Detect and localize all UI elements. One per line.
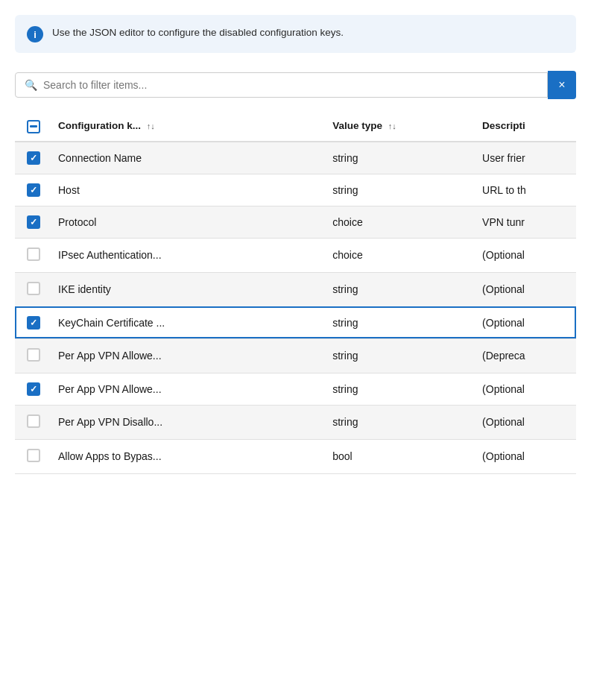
table-row[interactable]: IPsec Authentication...choice(Optional [15,238,576,272]
table-row[interactable]: IKE identitystring(Optional [15,272,576,306]
row-config-key: IKE identity [52,272,326,306]
row-checkbox-cell[interactable] [15,238,52,272]
row-description: (Optional [476,238,576,272]
row-value-type: string [326,306,476,338]
info-banner: i Use the JSON editor to configure the d… [15,15,576,53]
row-checkbox-cell[interactable] [15,174,52,206]
close-icon: × [558,78,565,92]
row-description: URL to th [476,174,576,206]
row-checkbox[interactable] [27,382,40,396]
row-checkbox-cell[interactable] [15,405,52,439]
row-checkbox[interactable] [27,183,40,197]
row-config-key: Connection Name [52,142,326,174]
row-description: (Optional [476,306,576,338]
row-value-type: string [326,142,476,174]
row-config-key: KeyChain Certificate ... [52,306,326,338]
row-description: VPN tunr [476,206,576,238]
row-value-type: string [326,174,476,206]
row-checkbox[interactable] [27,348,40,362]
table-row[interactable]: Per App VPN Allowe...string(Optional [15,373,576,405]
table-row[interactable]: Connection NamestringUser frier [15,142,576,174]
header-checkbox[interactable] [27,120,40,133]
row-checkbox-cell[interactable] [15,306,52,338]
row-description: (Optional [476,373,576,405]
search-icon: 🔍 [25,79,37,91]
row-config-key: Allow Apps to Bypas... [52,439,326,473]
table-row[interactable]: HoststringURL to th [15,174,576,206]
row-value-type: string [326,405,476,439]
row-description: (Optional [476,439,576,473]
row-description: (Depreca [476,338,576,373]
row-description: (Optional [476,272,576,306]
row-checkbox-cell[interactable] [15,373,52,405]
row-value-type: string [326,272,476,306]
header-description: Descripti [476,111,576,142]
row-config-key: Per App VPN Allowe... [52,338,326,373]
row-checkbox[interactable] [27,282,40,295]
search-row: 🔍 × [15,71,576,99]
row-config-key: Per App VPN Allowe... [52,373,326,405]
row-checkbox[interactable] [27,247,40,261]
row-value-type: string [326,338,476,373]
sort-icon-config: ↑↓ [147,122,155,130]
row-checkbox-cell[interactable] [15,338,52,373]
header-value-type[interactable]: Value type ↑↓ [326,111,476,142]
row-config-key: Per App VPN Disallo... [52,405,326,439]
table-row[interactable]: ProtocolchoiceVPN tunr [15,206,576,238]
row-checkbox[interactable] [27,316,40,329]
row-value-type: string [326,373,476,405]
row-checkbox-cell[interactable] [15,142,52,174]
indeterminate-indicator [30,125,37,127]
row-description: (Optional [476,405,576,439]
info-banner-text: Use the JSON editor to configure the dis… [52,25,344,40]
row-description: User frier [476,142,576,174]
header-checkbox-cell[interactable] [15,111,52,142]
table-row[interactable]: KeyChain Certificate ...string(Optional [15,306,576,338]
row-checkbox[interactable] [27,449,40,462]
table-header-row: Configuration k... ↑↓ Value type ↑↓ Desc… [15,111,576,142]
search-clear-button[interactable]: × [548,71,576,99]
row-config-key: Protocol [52,206,326,238]
row-value-type: choice [326,238,476,272]
row-checkbox-cell[interactable] [15,439,52,473]
info-icon: i [27,26,43,42]
header-config-key[interactable]: Configuration k... ↑↓ [52,111,326,142]
search-input[interactable] [43,79,538,91]
row-checkbox-cell[interactable] [15,206,52,238]
row-config-key: IPsec Authentication... [52,238,326,272]
row-checkbox[interactable] [27,414,40,428]
sort-icon-value: ↑↓ [388,122,396,130]
row-value-type: choice [326,206,476,238]
search-input-wrapper: 🔍 [15,72,548,98]
row-config-key: Host [52,174,326,206]
table-row[interactable]: Per App VPN Disallo...string(Optional [15,405,576,439]
table-row[interactable]: Per App VPN Allowe...string(Depreca [15,338,576,373]
row-checkbox[interactable] [27,151,40,165]
row-value-type: bool [326,439,476,473]
config-table: Configuration k... ↑↓ Value type ↑↓ Desc… [15,111,576,474]
table-row[interactable]: Allow Apps to Bypas...bool(Optional [15,439,576,473]
row-checkbox[interactable] [27,215,40,229]
row-checkbox-cell[interactable] [15,272,52,306]
